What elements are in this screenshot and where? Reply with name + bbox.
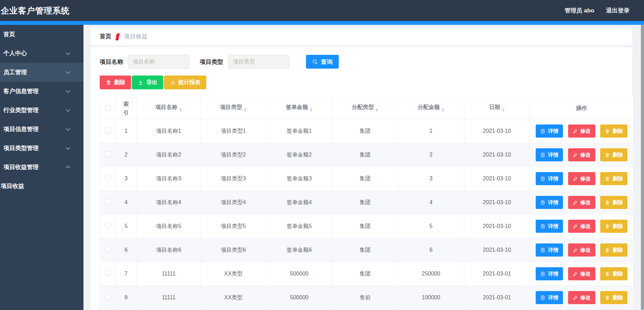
column-header[interactable]: 分配金额 xyxy=(398,98,464,119)
delete-button-label: 删除 xyxy=(613,199,623,206)
edit-button-label: 修改 xyxy=(581,128,591,134)
cell-alloc-type: 集团 xyxy=(333,238,398,262)
sort-caret-icon[interactable] xyxy=(442,107,444,113)
search-form: 项目名称 项目类型 查询 xyxy=(100,55,632,69)
report-button[interactable]: 统计报表 xyxy=(164,76,206,89)
document-icon xyxy=(540,271,545,277)
delete-button[interactable]: 删除 xyxy=(600,148,627,161)
column-header[interactable]: 项目类型 xyxy=(201,98,266,119)
delete-button[interactable]: 删除 xyxy=(600,267,627,280)
sort-caret-icon[interactable] xyxy=(244,107,247,113)
sidebar-item-project-info-mgmt[interactable]: 项目信息管理 xyxy=(0,120,83,139)
sort-caret-icon[interactable] xyxy=(376,107,378,113)
delete-button[interactable]: 删除 xyxy=(600,124,627,138)
sidebar-item-project-type-mgmt[interactable]: 项目类型管理 xyxy=(0,139,83,158)
edit-button[interactable]: 修改 xyxy=(568,267,595,280)
accent-strip xyxy=(0,21,644,25)
delete-button[interactable]: 删除 xyxy=(600,291,627,304)
trash-icon xyxy=(605,248,610,253)
column-header[interactable]: 分配类型 xyxy=(333,98,398,119)
toolbar: 删除 导出 统计报表 xyxy=(100,76,632,89)
column-header-label: 日期 xyxy=(489,104,500,110)
column-header[interactable]: 签单金额 xyxy=(266,98,333,119)
search-button[interactable]: 查询 xyxy=(306,55,339,69)
edit-button[interactable]: 修改 xyxy=(568,220,595,233)
detail-button[interactable]: 详情 xyxy=(536,243,563,257)
chevron-icon xyxy=(66,145,70,150)
breadcrumb-home-link[interactable]: 首页 xyxy=(100,32,111,40)
cell-date: 2021-03-10 xyxy=(464,191,530,214)
export-button[interactable]: 导出 xyxy=(132,76,163,89)
column-header[interactable]: 操作 xyxy=(530,98,634,119)
detail-button[interactable]: 详情 xyxy=(536,172,563,185)
edit-button[interactable]: 修改 xyxy=(568,196,595,209)
scrollbar-thumb[interactable] xyxy=(641,25,644,310)
delete-button[interactable]: 删除 xyxy=(600,172,627,185)
row-checkbox[interactable] xyxy=(105,151,110,157)
detail-button[interactable]: 详情 xyxy=(536,148,563,161)
column-header[interactable]: 索引 xyxy=(116,98,137,119)
detail-button[interactable]: 详情 xyxy=(536,291,563,304)
breadcrumb: 首页 fff 项目收益 xyxy=(91,27,632,45)
detail-button[interactable]: 详情 xyxy=(536,124,563,138)
edit-button-label: 修改 xyxy=(581,199,591,206)
logout-link[interactable]: 退出登录 xyxy=(606,7,630,14)
chevron-icon xyxy=(66,50,70,55)
project-name-input[interactable] xyxy=(128,55,189,69)
edit-button[interactable]: 修改 xyxy=(568,291,595,304)
row-checkbox[interactable] xyxy=(105,270,110,276)
sidebar-item-employee-mgmt[interactable]: 员工管理 xyxy=(0,63,83,82)
cell-project-name: 项目名称2 xyxy=(137,143,201,167)
cell-project-name: 项目名称3 xyxy=(137,167,201,191)
delete-button[interactable]: 删除 xyxy=(600,243,627,257)
row-select-cell xyxy=(100,262,116,286)
vertical-scrollbar[interactable] xyxy=(641,25,644,310)
row-checkbox[interactable] xyxy=(105,247,110,252)
delete-button[interactable]: 删除 xyxy=(600,196,627,209)
column-header-label: 操作 xyxy=(576,105,587,111)
column-header[interactable]: 项目名称 xyxy=(137,98,201,119)
sidebar-item-project-income-mgmt[interactable]: 项目收益管理 xyxy=(0,158,83,177)
table-row: 2 项目名称2 项目类型2 签单金额2 集团 2 2021-03-10 详情 修… xyxy=(100,143,634,167)
detail-button[interactable]: 详情 xyxy=(536,267,563,280)
row-checkbox[interactable] xyxy=(105,294,110,300)
cell-project-type: XX类型 xyxy=(201,262,266,286)
document-icon xyxy=(540,200,545,205)
row-checkbox[interactable] xyxy=(105,128,110,133)
project-type-input[interactable] xyxy=(228,55,289,69)
pencil-icon xyxy=(573,176,578,181)
cell-project-name: 11111 xyxy=(137,262,201,286)
row-checkbox[interactable] xyxy=(105,223,110,228)
sort-caret-icon[interactable] xyxy=(502,107,505,113)
edit-button-label: 修改 xyxy=(581,271,591,277)
column-header[interactable]: 日期 xyxy=(464,98,530,119)
detail-button[interactable]: 详情 xyxy=(536,196,563,209)
delete-button[interactable]: 删除 xyxy=(600,220,627,233)
sidebar-item-customer-info-mgmt[interactable]: 客户信息管理 xyxy=(0,82,83,101)
cell-sign-amount: 签单金额5 xyxy=(266,214,333,238)
edit-button[interactable]: 修改 xyxy=(568,148,595,161)
detail-button[interactable]: 详情 xyxy=(536,220,563,233)
row-select-cell xyxy=(100,286,116,310)
cell-project-type: 项目类型4 xyxy=(201,191,266,214)
sidebar-item-home[interactable]: 首页 xyxy=(0,25,83,44)
pencil-icon xyxy=(573,295,578,300)
edit-button[interactable]: 修改 xyxy=(568,172,595,185)
cell-alloc-type: 售前 xyxy=(333,286,398,310)
edit-button[interactable]: 修改 xyxy=(568,124,595,138)
column-header-label: 索引 xyxy=(123,100,129,117)
cell-alloc-type: 集团 xyxy=(333,143,398,167)
table-header-row: 索引 项目名称 项目类型 签单金额 分配类型 分配金额 日期 操作 xyxy=(100,98,634,119)
sort-caret-icon[interactable] xyxy=(310,107,313,113)
cell-date: 2021-03-01 xyxy=(464,262,530,286)
select-all-checkbox[interactable] xyxy=(105,105,110,111)
row-checkbox[interactable] xyxy=(105,199,110,204)
row-checkbox[interactable] xyxy=(105,175,110,181)
sidebar-item-project-income[interactable]: 项目收益 xyxy=(0,177,83,196)
current-user[interactable]: 管理员 abo xyxy=(565,7,594,14)
edit-button[interactable]: 修改 xyxy=(568,243,595,257)
sort-caret-icon[interactable] xyxy=(179,107,182,113)
bulk-delete-button[interactable]: 删除 xyxy=(100,76,131,89)
sidebar-item-industry-type-mgmt[interactable]: 行业类型管理 xyxy=(0,101,83,120)
sidebar-item-personal-center[interactable]: 个人中心 xyxy=(0,44,83,63)
